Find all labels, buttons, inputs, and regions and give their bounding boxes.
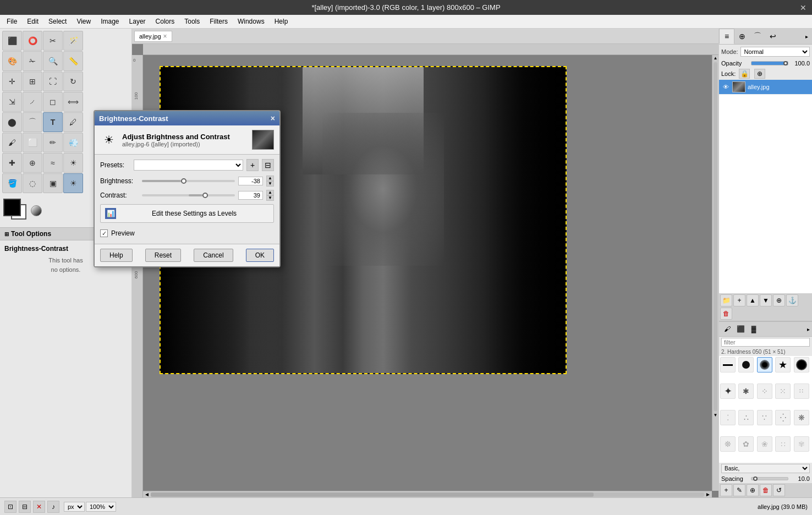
bc-cancel-button[interactable]: Cancel: [194, 249, 233, 262]
brush-item-3[interactable]: [757, 357, 772, 372]
tool-ellipse-select[interactable]: ⭕: [23, 31, 42, 51]
tool-move[interactable]: ✛: [2, 72, 22, 91]
tool-scale[interactable]: ⇲: [2, 92, 22, 112]
scroll-down-button[interactable]: ▼: [712, 412, 718, 418]
menu-help[interactable]: Help: [270, 16, 293, 27]
brush-item-16[interactable]: ❊: [720, 436, 736, 452]
lower-layer-button[interactable]: ▼: [760, 294, 772, 306]
bc-preview-checkbox[interactable]: [100, 229, 108, 237]
brush-item-1[interactable]: [720, 357, 736, 372]
scroll-thumb[interactable]: [151, 492, 594, 497]
bc-presets-select[interactable]: [134, 160, 243, 171]
opacity-thumb[interactable]: [783, 61, 788, 65]
duplicate-brush-button[interactable]: ⊕: [747, 484, 759, 496]
lock-pixels-button[interactable]: 🔒: [739, 69, 750, 79]
tool-measure[interactable]: 📏: [63, 51, 83, 71]
bc-brightness-thumb[interactable]: [181, 178, 186, 184]
brush-item-9[interactable]: ⁙: [775, 383, 791, 399]
brush-item-7[interactable]: ✱: [738, 383, 754, 399]
menu-filters[interactable]: Filters: [205, 16, 232, 27]
tool-align[interactable]: ⊞: [23, 72, 42, 91]
tool-ink[interactable]: 🖊: [63, 112, 83, 132]
layer-visibility-toggle[interactable]: 👁: [721, 83, 730, 91]
bc-ok-button[interactable]: OK: [246, 249, 274, 262]
brush-item-12[interactable]: ∴: [738, 410, 754, 425]
tool-shear[interactable]: ⟋: [23, 92, 42, 112]
reset-colors-button[interactable]: [31, 205, 42, 216]
tool-blend[interactable]: ⬤: [2, 112, 22, 132]
menu-windows[interactable]: Windows: [233, 16, 269, 27]
new-layer-group-button[interactable]: 📁: [720, 294, 732, 306]
brush-item-13[interactable]: ∵: [757, 410, 772, 425]
bc-reset-button[interactable]: Reset: [145, 249, 181, 262]
tool-flip[interactable]: ⟺: [63, 92, 83, 112]
menu-colors[interactable]: Colors: [151, 16, 179, 27]
menu-layer[interactable]: Layer: [125, 16, 150, 27]
create-layer-button[interactable]: +: [733, 294, 745, 306]
bc-brightness-track[interactable]: [142, 180, 235, 182]
layers-mode-select[interactable]: Normal: [740, 47, 810, 57]
bc-dialog-close-button[interactable]: ×: [271, 114, 275, 123]
canvas-tab-alley[interactable]: alley.jpg ×: [134, 31, 172, 42]
tool-smudge[interactable]: ≈: [43, 153, 63, 173]
tool-text[interactable]: T: [43, 112, 63, 132]
bc-contrast-thumb[interactable]: [202, 193, 208, 198]
bc-contrast-input[interactable]: [238, 191, 263, 200]
brush-item-10[interactable]: ∷: [794, 383, 809, 399]
zoom-select-dropdown[interactable]: 100%: [86, 502, 116, 512]
tool-bucket-fill[interactable]: 🪣: [2, 173, 22, 193]
tool-crop[interactable]: ⛶: [43, 72, 63, 91]
brush-item-6[interactable]: ✦: [720, 383, 736, 399]
menu-edit[interactable]: Edit: [23, 16, 43, 27]
tool-brightness[interactable]: ☀: [63, 173, 83, 193]
tool-blur[interactable]: ◌: [23, 173, 42, 193]
brushes-filter-input[interactable]: [721, 338, 810, 347]
right-tab-paths[interactable]: ⌒: [750, 29, 765, 44]
tool-zoom[interactable]: 🔍: [43, 51, 63, 71]
bc-contrast-track[interactable]: [142, 194, 235, 196]
brushes-tab[interactable]: 🖌: [721, 323, 733, 335]
status-icon-3[interactable]: ✕: [33, 501, 45, 513]
layer-item-alley[interactable]: 👁 alley.jpg: [719, 80, 812, 95]
tool-eraser[interactable]: ⬜: [23, 133, 42, 152]
brush-item-20[interactable]: ✾: [794, 436, 809, 452]
tool-frame[interactable]: ▣: [43, 173, 63, 193]
menu-tools[interactable]: Tools: [180, 16, 204, 27]
scroll-left-button[interactable]: ◄: [144, 491, 150, 497]
tool-clone[interactable]: ⊕: [23, 153, 42, 173]
tool-perspective[interactable]: ◻: [43, 92, 63, 112]
bc-brightness-down[interactable]: ▼: [266, 181, 274, 187]
brush-item-11[interactable]: ⁚: [720, 410, 736, 425]
opacity-slider[interactable]: [751, 61, 788, 65]
brush-item-14[interactable]: ⁛: [775, 410, 791, 425]
tool-scissors[interactable]: ✁: [23, 51, 42, 71]
bc-brightness-input[interactable]: [238, 177, 263, 185]
brush-item-19[interactable]: ⸬: [775, 436, 791, 452]
menu-view[interactable]: View: [72, 16, 95, 27]
tool-dodge[interactable]: ☀: [63, 153, 83, 173]
brush-item-18[interactable]: ❀: [757, 436, 772, 452]
tool-fuzzy-select[interactable]: 🪄: [63, 31, 83, 51]
vertical-scrollbar[interactable]: ▲ ▼: [712, 55, 718, 491]
bc-help-button[interactable]: Help: [100, 249, 133, 262]
edit-brush-button[interactable]: ✎: [733, 484, 745, 496]
spacing-slider[interactable]: [751, 477, 788, 480]
status-icon-1[interactable]: ⊡: [4, 501, 17, 513]
tool-free-select[interactable]: ✂: [43, 31, 63, 51]
gradients-tab[interactable]: ▓: [748, 323, 760, 335]
unit-select[interactable]: px: [64, 502, 85, 512]
brush-item-5[interactable]: [794, 357, 809, 372]
new-brush-button[interactable]: +: [720, 484, 732, 496]
tool-rect-select[interactable]: ⬛: [2, 31, 22, 51]
tool-paintbrush[interactable]: 🖌: [2, 133, 22, 152]
tool-paths[interactable]: ⌒: [23, 112, 42, 132]
menu-file[interactable]: File: [2, 16, 21, 27]
brush-item-8[interactable]: ⁘: [757, 383, 772, 399]
scroll-up-button[interactable]: ▲: [712, 55, 718, 61]
bc-contrast-up[interactable]: ▲: [266, 190, 274, 195]
tool-airbrush[interactable]: 💨: [63, 133, 83, 152]
tool-rotate[interactable]: ↻: [63, 72, 83, 91]
brush-item-4[interactable]: ★: [775, 357, 791, 372]
spacing-thumb[interactable]: [753, 476, 758, 481]
duplicate-layer-button[interactable]: ⊕: [773, 294, 785, 306]
